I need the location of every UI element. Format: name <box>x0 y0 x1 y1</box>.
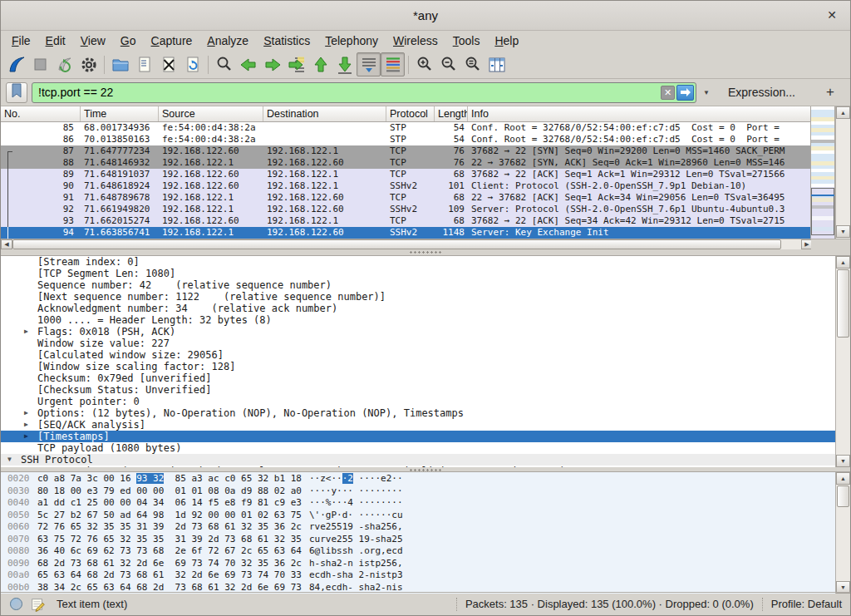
menu-go[interactable]: Go <box>113 32 144 49</box>
hex-bytes[interactable]: a1 dd c1 25 00 00 04 34 06 14 f5 e8 f9 8… <box>31 497 309 510</box>
collapsed-arrow-icon[interactable]: ▶ <box>24 326 28 338</box>
packet-row-86[interactable]: 8670.013850163fe:54:00:d4:38:2aSTP54Conf… <box>1 134 813 145</box>
filter-bookmark-button[interactable] <box>6 82 27 103</box>
hex-row-0040[interactable]: 0040a1 dd c1 25 00 00 04 34 06 14 f5 e8 … <box>1 497 835 510</box>
menu-file[interactable]: File <box>4 32 38 49</box>
ascii-bytes[interactable]: ecdh-sha 2-nistp3 <box>309 569 403 582</box>
zoom-in-button[interactable] <box>412 52 436 76</box>
horizontal-scroll-thumb[interactable] <box>12 239 781 249</box>
menu-tools[interactable]: Tools <box>445 32 488 49</box>
packet-row-89[interactable]: 8971.648191037192.168.122.60192.168.122.… <box>1 169 813 180</box>
detail-line[interactable]: [TCP Segment Len: 1080] <box>1 268 835 279</box>
detail-line[interactable]: ▶[Timestamps] <box>1 431 835 442</box>
hex-row-0050[interactable]: 00505c 27 b2 67 50 ad 64 98 1d 92 00 00 … <box>1 510 835 522</box>
packet-row-94[interactable]: 9471.663856741192.168.122.1192.168.122.6… <box>1 227 813 239</box>
column-header-info[interactable]: Info <box>468 106 813 121</box>
hex-row-0020[interactable]: 0020c0 a8 7a 3c 00 16 93 32 85 a3 ac c0 … <box>1 473 835 485</box>
go-forward-button[interactable] <box>260 52 284 76</box>
column-header-destination[interactable]: Destination <box>263 106 386 121</box>
scroll-up-arrow[interactable]: ▲ <box>836 256 850 269</box>
window-close-button[interactable]: ✕ <box>822 1 842 30</box>
filter-add-button[interactable]: + <box>822 84 839 101</box>
scroll-up-arrow[interactable]: ▲ <box>836 472 850 485</box>
details-vertical-scrollbar[interactable]: ▲ ▼ <box>835 256 850 467</box>
hex-row-0080[interactable]: 008036 40 6c 69 62 73 73 68 2e 6f 72 67 … <box>1 545 835 558</box>
collapsed-arrow-icon[interactable]: ▶ <box>24 419 28 431</box>
packet-row-88[interactable]: 8871.648146932192.168.122.1192.168.122.6… <box>1 157 813 169</box>
bytes-scroll-thumb[interactable] <box>837 485 849 507</box>
detail-line[interactable]: [Calculated window size: 29056] <box>1 349 835 361</box>
packet-row-85[interactable]: 8568.001734936fe:54:00:d4:38:2aSTP54Conf… <box>1 122 813 134</box>
ascii-bytes[interactable]: rve25519 -sha256, <box>309 521 403 534</box>
find-packet-button[interactable] <box>212 52 236 76</box>
hex-bytes[interactable]: 36 40 6c 69 62 73 73 68 2e 6f 72 67 2c 6… <box>31 545 309 558</box>
go-back-button[interactable] <box>236 52 260 76</box>
save-file-button[interactable] <box>132 52 156 76</box>
menu-telephony[interactable]: Telephony <box>317 32 386 49</box>
packet-list-header[interactable]: No.TimeSourceDestinationProtocolLengthIn… <box>1 106 813 122</box>
packet-row-91[interactable]: 9171.648789678192.168.122.1192.168.122.6… <box>1 192 813 204</box>
hex-row-0090[interactable]: 009068 2d 73 68 61 32 2d 6e 69 73 74 70 … <box>1 558 835 570</box>
details-scroll-thumb[interactable] <box>837 269 849 338</box>
column-header-time[interactable]: Time <box>81 106 159 121</box>
expert-info-icon[interactable] <box>9 597 23 611</box>
auto-scroll-toggle[interactable] <box>357 52 381 76</box>
hex-bytes[interactable]: 63 75 72 76 65 32 35 35 31 39 2d 73 68 6… <box>31 534 309 546</box>
menu-statistics[interactable]: Statistics <box>256 32 317 49</box>
column-header-source[interactable]: Source <box>159 106 263 121</box>
zoom-reset-button[interactable] <box>460 52 485 76</box>
column-header-protocol[interactable]: Protocol <box>386 106 435 121</box>
bytes-vertical-scrollbar[interactable]: ▲ ▼ <box>835 472 850 594</box>
scroll-down-arrow[interactable]: ▼ <box>836 455 850 467</box>
hex-bytes[interactable]: 68 2d 73 68 61 32 2d 6e 69 73 74 70 32 3… <box>31 558 309 570</box>
detail-line[interactable]: [Next sequence number: 1122 (relative se… <box>1 291 835 303</box>
detail-line[interactable]: [Checksum Status: Unverified] <box>1 384 835 396</box>
detail-line[interactable]: TCP payload (1080 bytes) <box>1 442 835 454</box>
capture-options-button[interactable] <box>76 52 101 76</box>
scroll-down-arrow[interactable]: ▼ <box>836 225 850 238</box>
display-filter-input[interactable] <box>37 85 661 100</box>
detail-line[interactable]: ▶[SEQ/ACK analysis] <box>1 419 835 431</box>
detail-line[interactable]: ▶Options: (12 bytes), No-Operation (NOP)… <box>1 407 835 419</box>
go-to-bottom-button[interactable] <box>332 52 357 76</box>
ascii-bytes[interactable]: ···%···4 ········ <box>309 497 403 510</box>
packet-list-horizontal-scrollbar[interactable]: ◀ ▶ <box>1 239 813 249</box>
ascii-bytes[interactable]: \'·gP·d· ······cu <box>309 510 403 522</box>
ascii-bytes[interactable]: h-sha2-n istp256, <box>309 558 403 570</box>
menu-analyze[interactable]: Analyze <box>199 32 256 49</box>
hex-row-0030[interactable]: 003080 18 00 e3 79 ed 00 00 01 01 08 0a … <box>1 485 835 498</box>
hex-bytes[interactable]: 72 76 65 32 35 35 31 39 2d 73 68 61 32 3… <box>31 521 309 534</box>
scroll-left-arrow[interactable]: ◀ <box>1 239 12 249</box>
detail-line[interactable]: ▶Flags: 0x018 (PSH, ACK) <box>1 326 835 338</box>
hex-bytes[interactable]: 65 63 64 68 2d 73 68 61 32 2d 6e 69 73 7… <box>31 569 309 582</box>
resize-columns-button[interactable] <box>485 52 509 76</box>
detail-line[interactable]: Checksum: 0x79ed [unverified] <box>1 372 835 384</box>
menu-view[interactable]: View <box>73 32 113 49</box>
detail-line[interactable]: [Stream index: 0] <box>1 256 835 268</box>
detail-line[interactable]: ▼SSH Protocol <box>1 454 835 466</box>
packet-list-minimap-scrollbar[interactable] <box>810 106 835 239</box>
collapsed-arrow-icon[interactable]: ▶ <box>24 407 28 419</box>
menu-edit[interactable]: Edit <box>38 32 73 49</box>
close-file-button[interactable] <box>156 52 180 76</box>
packet-row-87[interactable]: 8771.647777234192.168.122.60192.168.122.… <box>1 145 813 157</box>
hex-row-00a0[interactable]: 00a065 63 64 68 2d 73 68 61 32 2d 6e 69 … <box>1 569 835 582</box>
packet-row-93[interactable]: 9371.662015274192.168.122.60192.168.122.… <box>1 215 813 227</box>
zoom-out-button[interactable] <box>436 52 460 76</box>
colorize-toggle[interactable] <box>381 52 405 76</box>
column-header-no[interactable]: No. <box>1 106 81 121</box>
collapsed-arrow-icon[interactable]: ▶ <box>24 431 28 442</box>
detail-line[interactable]: 1000 .... = Header Length: 32 bytes (8) <box>1 314 835 326</box>
menu-help[interactable]: Help <box>487 32 526 49</box>
title-bar[interactable]: *any ✕ <box>1 1 850 31</box>
go-to-top-button[interactable] <box>308 52 332 76</box>
filter-apply-button[interactable] <box>676 85 694 101</box>
start-capture-button[interactable] <box>4 52 28 76</box>
ascii-bytes[interactable]: ····y··· ········ <box>309 485 403 498</box>
detail-line[interactable]: Urgent pointer: 0 <box>1 396 835 407</box>
filter-clear-button[interactable]: ✕ <box>661 86 675 100</box>
open-file-button[interactable] <box>108 52 132 76</box>
hex-bytes[interactable]: 80 18 00 e3 79 ed 00 00 01 01 08 0a d9 8… <box>31 485 309 498</box>
hex-bytes[interactable]: 5c 27 b2 67 50 ad 64 98 1d 92 00 00 01 0… <box>31 510 309 522</box>
expression-button[interactable]: Expression... <box>728 86 795 99</box>
